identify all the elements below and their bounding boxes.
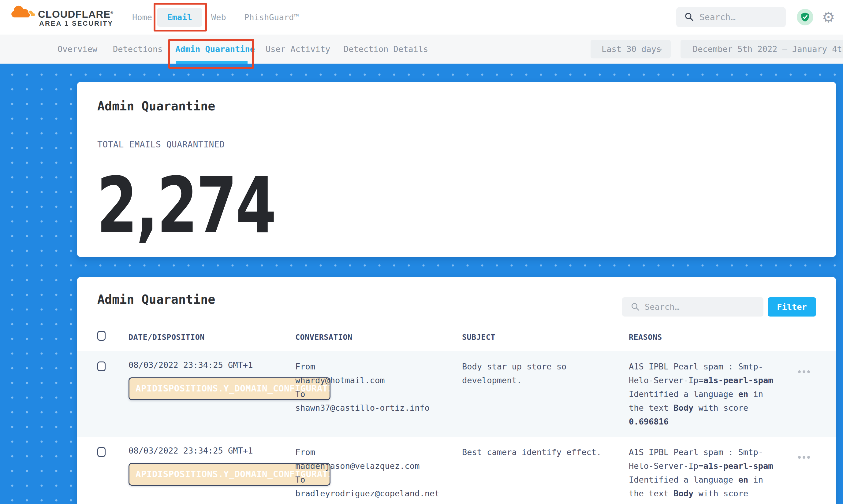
table-row: 08/03/2022 23:34:25 GMT+1 APIDISPOSITION… bbox=[77, 437, 836, 504]
cloudflare-logo[interactable]: CLOUDFLARE® AREA 1 SECURITY bbox=[10, 2, 111, 33]
row-subject: Body star up store so development. bbox=[462, 360, 618, 387]
row-checkbox[interactable] bbox=[97, 447, 106, 457]
row-date: 08/03/2022 23:34:25 GMT+1 bbox=[128, 360, 253, 370]
email-subnav: Overview Detections Admin Quarantine Use… bbox=[0, 35, 843, 64]
table-rows: 08/03/2022 23:34:25 GMT+1 APIDISPOSITION… bbox=[77, 351, 836, 504]
active-tab-indicator bbox=[176, 61, 248, 64]
search-icon bbox=[684, 12, 694, 22]
column-header-subject: SUBJECT bbox=[462, 333, 495, 342]
logo-brand-text: CLOUDFLARE® bbox=[38, 8, 113, 20]
logo-mark: ® bbox=[110, 11, 113, 15]
global-search-input[interactable] bbox=[700, 7, 782, 27]
nav-item-phishguard[interactable]: PhishGuard™ bbox=[244, 0, 299, 35]
from-label: From bbox=[295, 445, 460, 459]
logo-sub-text: AREA 1 SECURITY bbox=[39, 20, 113, 28]
row-reasons: A1S IPBL Pearl spam : Smtp-Helo-Server-I… bbox=[629, 445, 788, 504]
quarantine-card-title: Admin Quarantine bbox=[97, 292, 215, 306]
search-icon bbox=[631, 302, 640, 311]
stats-card: Admin Quarantine TOTAL EMAILS QUARANTINE… bbox=[77, 82, 836, 257]
date-range-display[interactable]: December 5th 2022 — January 4th 2023 bbox=[681, 40, 843, 58]
select-all-checkbox[interactable] bbox=[97, 331, 106, 341]
row-date: 08/03/2022 23:34:25 GMT+1 bbox=[128, 446, 253, 455]
to-label: To bbox=[295, 473, 460, 487]
table-search-input[interactable] bbox=[645, 297, 758, 317]
cloudflare-cloud-icon bbox=[10, 4, 35, 22]
to-address: bradleyrodriguez@copeland.net bbox=[295, 487, 460, 500]
to-label: To bbox=[295, 387, 460, 401]
from-label: From bbox=[295, 360, 460, 373]
metric-value: 2,274 bbox=[97, 167, 275, 244]
stats-card-title: Admin Quarantine bbox=[97, 99, 215, 113]
row-reasons: A1S IPBL Pearl spam : Smtp-Helo-Server-I… bbox=[629, 360, 788, 429]
filter-button[interactable]: Filter bbox=[768, 297, 816, 317]
row-checkbox[interactable] bbox=[97, 361, 106, 371]
row-menu-button[interactable] bbox=[798, 453, 820, 462]
nav-item-web[interactable]: Web bbox=[211, 0, 226, 35]
nav-item-email[interactable]: Email bbox=[157, 8, 202, 27]
settings-gear-icon[interactable]: ⚙ bbox=[822, 0, 835, 35]
from-address: maddenjason@velazquez.com bbox=[295, 459, 460, 473]
to-address: shawn37@castillo-ortiz.info bbox=[295, 401, 460, 415]
row-subject: Best camera identify effect. bbox=[462, 445, 618, 459]
column-header-date-disposition: DATE/DISPOSITION bbox=[128, 333, 205, 342]
table-search bbox=[622, 297, 763, 317]
column-header-reasons: REASONS bbox=[629, 333, 662, 342]
quarantine-card: Admin Quarantine Filter DATE/DISPOSITION… bbox=[77, 277, 836, 504]
row-conversation: From maddenjason@velazquez.com To bradle… bbox=[295, 445, 460, 500]
security-status-button[interactable] bbox=[797, 9, 813, 25]
metric-label: TOTAL EMAILS QUARANTINED bbox=[97, 140, 225, 149]
tab-detections[interactable]: Detections bbox=[113, 35, 163, 64]
tab-admin-quarantine[interactable]: Admin Quarantine bbox=[175, 35, 255, 64]
shield-check-icon bbox=[801, 12, 810, 22]
tab-overview[interactable]: Overview bbox=[57, 35, 97, 64]
top-header: CLOUDFLARE® AREA 1 SECURITY Home Email W… bbox=[0, 0, 843, 35]
period-selector[interactable]: Last 30 days ▾ bbox=[591, 40, 671, 58]
column-header-conversation: CONVERSATION bbox=[295, 333, 352, 342]
nav-item-home[interactable]: Home bbox=[132, 0, 152, 35]
tab-user-activity[interactable]: User Activity bbox=[266, 35, 330, 64]
from-address: whardy@hotmail.com bbox=[295, 373, 460, 387]
row-menu-button[interactable] bbox=[798, 367, 820, 376]
chevron-down-icon: ▾ bbox=[659, 40, 663, 59]
table-row: 08/03/2022 23:34:25 GMT+1 APIDISPOSITION… bbox=[77, 351, 836, 437]
row-conversation: From whardy@hotmail.com To shawn37@casti… bbox=[295, 360, 460, 415]
tab-detection-details[interactable]: Detection Details bbox=[344, 35, 428, 64]
global-search bbox=[676, 7, 786, 27]
